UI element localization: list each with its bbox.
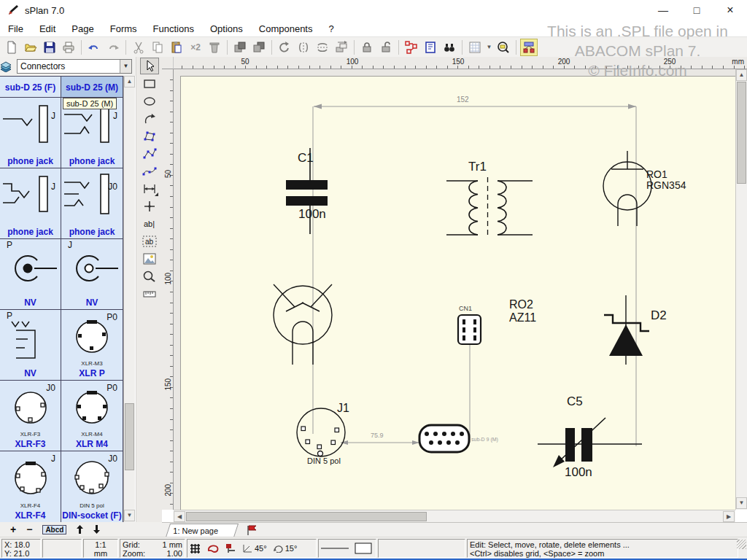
- tool-ellipse[interactable]: [140, 93, 159, 109]
- ruler-corner: [162, 57, 174, 69]
- zoom-region-icon[interactable]: [495, 39, 512, 56]
- scroll-left-icon[interactable]: ◀: [174, 511, 185, 522]
- paste-icon[interactable]: [168, 39, 185, 56]
- flag-icon[interactable]: [247, 525, 257, 536]
- component-library-grid: sub-D 25 (F) sub-D 25 (M) J phone jack J…: [0, 76, 123, 522]
- print-icon[interactable]: [60, 39, 77, 56]
- chevron-down-icon[interactable]: ▼: [120, 60, 131, 73]
- ro2-ref: RO2: [509, 298, 533, 311]
- page-tab-row: 1: New page: [162, 522, 747, 537]
- library-scrollbar[interactable]: ▲ ▼: [123, 76, 135, 522]
- scroll-up-icon[interactable]: ▲: [736, 69, 747, 81]
- arrange-icon[interactable]: [333, 39, 350, 56]
- library-item-subd25f[interactable]: sub-D 25 (F): [0, 77, 61, 98]
- sheet-properties-icon[interactable]: [422, 39, 439, 56]
- scroll-down-icon[interactable]: ▼: [124, 510, 135, 521]
- close-button[interactable]: ×: [713, 0, 747, 20]
- library-item-rca-jack[interactable]: J NV: [61, 239, 123, 310]
- send-to-back-icon[interactable]: [250, 39, 268, 56]
- menu-file[interactable]: File: [0, 23, 31, 34]
- zoom-in-button[interactable]: +: [10, 523, 16, 536]
- library-item-xlr-m4[interactable]: P0 XLR-M4 XLR M4: [61, 381, 123, 451]
- library-item-xlr-m3[interactable]: P0 XLR-M3 XLR P: [61, 310, 123, 381]
- schematic-viewport[interactable]: 152 C1 100n Tr1 RO1 RGN354 RO2 AZ11 CN1 …: [174, 69, 735, 510]
- library-item-subd25m[interactable]: sub-D 25 (M): [61, 77, 123, 98]
- tool-polygon[interactable]: [140, 128, 159, 144]
- menu-help[interactable]: ?: [320, 23, 341, 34]
- tool-text[interactable]: ab|: [140, 215, 159, 232]
- library-category-select[interactable]: Connectors ▼: [17, 59, 132, 74]
- scroll-up-icon[interactable]: ▲: [124, 76, 135, 88]
- arrow-down-icon[interactable]: [93, 525, 100, 534]
- redo-icon[interactable]: [104, 39, 122, 56]
- numbering-icon[interactable]: [403, 39, 420, 56]
- lock-icon[interactable]: [358, 39, 376, 56]
- scroll-down-icon[interactable]: ▼: [736, 497, 747, 509]
- tool-special-shape[interactable]: [140, 110, 159, 127]
- maximize-button[interactable]: □: [680, 0, 713, 20]
- delete-icon[interactable]: [206, 39, 223, 56]
- rotate-icon[interactable]: [276, 39, 293, 56]
- link-sheets-icon[interactable]: [520, 39, 538, 56]
- tool-measure[interactable]: [140, 285, 159, 302]
- horizontal-scrollbar[interactable]: ◀ ▶: [174, 510, 735, 522]
- library-item-phonejack-1[interactable]: J phone jack: [0, 98, 61, 168]
- resize-grip[interactable]: [737, 540, 746, 549]
- tool-rectangle[interactable]: [140, 75, 159, 92]
- library-item-xlr-f3[interactable]: J0 XLR-F3 XLR-F3: [0, 381, 61, 451]
- bring-to-front-icon[interactable]: [231, 39, 249, 56]
- cut-icon[interactable]: [130, 39, 147, 56]
- menu-forms[interactable]: Forms: [102, 23, 145, 34]
- library-item-xlr-f4[interactable]: J XLR-F4 XLR-F4: [0, 451, 61, 522]
- component-designator: P: [7, 311, 12, 321]
- scrollbar-thumb[interactable]: [125, 403, 134, 470]
- unlock-icon[interactable]: [377, 39, 395, 56]
- new-file-icon[interactable]: [3, 39, 20, 56]
- arrow-up-icon[interactable]: [77, 525, 83, 534]
- library-item-din-socket[interactable]: J0 DIN 5 pol DIN-socket (F): [61, 451, 123, 522]
- tool-polyline[interactable]: [140, 145, 159, 162]
- menu-edit[interactable]: Edit: [31, 23, 63, 34]
- tool-bezier[interactable]: [140, 163, 159, 179]
- snap-shape-icon[interactable]: [207, 544, 219, 553]
- minimize-button[interactable]: —: [646, 0, 680, 20]
- menu-options[interactable]: Options: [202, 23, 251, 34]
- menu-page[interactable]: Page: [63, 23, 101, 34]
- scroll-right-icon[interactable]: ▶: [723, 511, 735, 522]
- tool-select[interactable]: [140, 58, 159, 74]
- scrollbar-thumb[interactable]: [737, 82, 746, 184]
- search-icon[interactable]: [441, 39, 458, 56]
- save-icon[interactable]: [41, 39, 58, 56]
- open-file-icon[interactable]: [22, 39, 39, 56]
- page-tab[interactable]: 1: New page: [166, 524, 239, 537]
- origin-pin-icon[interactable]: [225, 543, 236, 553]
- menu-components[interactable]: Components: [251, 23, 321, 34]
- menu-functions[interactable]: Functions: [145, 23, 202, 34]
- tool-image[interactable]: [140, 250, 159, 267]
- undo-icon[interactable]: [85, 39, 103, 56]
- mirror-horizontal-icon[interactable]: [295, 39, 312, 56]
- rotation-step-setting[interactable]: 15°: [274, 544, 298, 553]
- show-labels-button[interactable]: Abcd: [42, 525, 66, 534]
- grid-settings-icon[interactable]: [466, 39, 484, 56]
- library-item-nv-jack[interactable]: P NV: [0, 310, 61, 381]
- style-preview[interactable]: [318, 539, 376, 558]
- scrollbar-thumb[interactable]: [186, 512, 427, 521]
- duplicate-icon[interactable]: ×2: [187, 39, 204, 56]
- library-item-phonejack-3[interactable]: J phone jack: [0, 168, 61, 239]
- mirror-vertical-icon[interactable]: [314, 39, 331, 56]
- tool-text-box[interactable]: ab: [140, 233, 159, 249]
- library-item-rca-plug[interactable]: P NV: [0, 239, 61, 310]
- component-subtitle: DIN 5 pol: [61, 502, 123, 509]
- tool-zoom[interactable]: [140, 268, 159, 284]
- vertical-scrollbar[interactable]: ▲ ▼: [735, 69, 747, 510]
- library-item-phonejack-4[interactable]: J0 phone jack: [61, 168, 123, 239]
- dimension-arrows: [314, 104, 636, 446]
- tool-dimension[interactable]: [140, 180, 159, 197]
- grid-toggle-icon[interactable]: [190, 543, 201, 554]
- tool-node[interactable]: [140, 198, 159, 214]
- copy-icon[interactable]: [149, 39, 166, 56]
- zoom-out-button[interactable]: −: [26, 523, 32, 536]
- grid-dropdown-icon[interactable]: ▼: [485, 39, 493, 56]
- angle-setting[interactable]: 45°: [243, 544, 267, 553]
